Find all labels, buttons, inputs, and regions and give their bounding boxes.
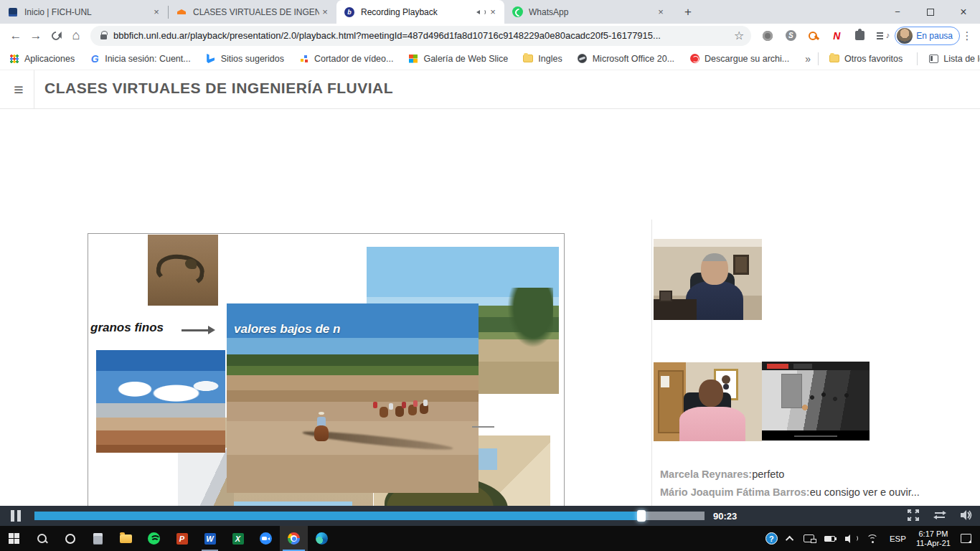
bookmark-descargue[interactable]: Descargue su archi... [689, 53, 789, 65]
puzzle-icon [855, 31, 864, 40]
extension-button[interactable] [758, 27, 777, 45]
tab-title: CLASES VIRTUALES DE INGENIER [193, 7, 319, 17]
tray-expand-chevron-icon[interactable] [786, 535, 793, 543]
profile-button[interactable]: En pausa [895, 27, 960, 45]
lock-icon[interactable] [100, 34, 107, 39]
calculator-icon [93, 533, 103, 545]
tab-audio-icon[interactable] [476, 8, 486, 17]
forward-button[interactable] [26, 26, 46, 46]
bookmark-sitios-sugeridos[interactable]: Sitios sugeridos [205, 53, 284, 65]
folder-icon [522, 53, 534, 65]
action-center-icon[interactable] [961, 534, 971, 543]
speaker-icon[interactable] [845, 534, 857, 543]
fullscreen-button[interactable] [907, 509, 920, 522]
panel-divider [651, 220, 652, 551]
live-badge [767, 364, 788, 369]
bookmarks-separator [917, 52, 918, 65]
bookmarks-bar: Aplicaciones Inicia sesión: Cuent... Sit… [0, 47, 980, 70]
swap-layout-button[interactable] [933, 509, 947, 521]
reload-button[interactable] [46, 26, 66, 46]
excel-button[interactable]: X [224, 526, 252, 551]
url-text[interactable]: bbbfich.unl.edu.ar/playback/presentation… [113, 30, 728, 41]
help-tray-icon[interactable] [765, 532, 778, 545]
bookmark-aplicaciones[interactable]: Aplicaciones [9, 53, 75, 65]
skype-extension-button[interactable] [781, 27, 800, 45]
tab-fich[interactable]: Inicio | FICH-UNL [0, 0, 168, 24]
tab-close-icon[interactable] [151, 6, 162, 18]
back-button[interactable] [6, 26, 26, 46]
tab-close-icon[interactable] [319, 6, 331, 18]
word-button[interactable]: W [196, 526, 224, 551]
netflix-extension-button[interactable] [827, 27, 846, 45]
edge-button[interactable] [308, 526, 336, 551]
spotify-button[interactable] [140, 526, 168, 551]
window-restore-button[interactable] [914, 0, 947, 24]
reading-list-icon [928, 53, 939, 65]
slide-photo-horseback-riders: valores bajos de n [227, 303, 479, 493]
header-divider [34, 70, 34, 109]
skype-icon [786, 30, 796, 41]
pause-button[interactable] [10, 510, 22, 522]
webcam-classroom [762, 362, 870, 441]
window-close-button[interactable] [947, 0, 980, 24]
whatsapp-favicon [512, 6, 523, 18]
calculator-button[interactable] [84, 526, 112, 551]
zoom-app-button[interactable] [252, 526, 280, 551]
taskbar-clock[interactable]: 6:17 PM11-Apr-21 [916, 529, 951, 548]
windows-logo-icon [9, 533, 19, 544]
folder-icon [120, 534, 132, 543]
new-tab-button[interactable] [678, 2, 698, 22]
bookmark-galeria-web-slice[interactable]: Galería de Web Slice [407, 53, 508, 65]
folder-icon [829, 53, 840, 65]
hamburger-menu-icon[interactable] [9, 80, 28, 99]
battery-icon[interactable] [824, 536, 835, 542]
taskbar-search-button[interactable] [28, 526, 56, 551]
bookmark-lista-lectura[interactable]: Lista de lectura [928, 53, 980, 65]
bookmark-star-icon[interactable] [734, 29, 744, 42]
bookmark-otros-favoritos[interactable]: Otros favoritos [829, 53, 903, 65]
bigbluebutton-favicon [344, 6, 355, 18]
progress-handle[interactable] [637, 510, 646, 522]
windows-taskbar: P W X ESP 6:17 PM11-Apr-21 [0, 526, 980, 551]
reload-icon [50, 29, 62, 42]
word-icon: W [204, 533, 216, 545]
tab-close-icon[interactable] [487, 6, 499, 18]
slide-photo-snake [148, 235, 218, 306]
bookmarks-separator [818, 52, 819, 65]
playlist-extension-button[interactable] [873, 27, 892, 45]
bookmarks-overflow-button[interactable] [805, 53, 811, 65]
volume-button[interactable] [960, 509, 973, 521]
bookmark-cortador-video[interactable]: Cortador de vídeo... [298, 53, 393, 65]
powerpoint-button[interactable]: P [168, 526, 196, 551]
browser-menu-button[interactable] [960, 27, 974, 45]
wifi-icon[interactable] [867, 534, 880, 543]
webcam-participant [654, 362, 762, 441]
ms-squares-icon [407, 53, 419, 65]
tablet-mode-icon[interactable] [804, 534, 814, 542]
tab-whatsapp[interactable]: WhatsApp [504, 0, 672, 24]
cortana-button[interactable] [56, 526, 84, 551]
red-circle-icon [689, 53, 700, 65]
start-button[interactable] [0, 526, 28, 551]
file-explorer-button[interactable] [112, 526, 140, 551]
bookmark-inicia-sesion[interactable]: Inicia sesión: Cuent... [89, 53, 191, 65]
extensions-puzzle-button[interactable] [850, 27, 869, 45]
cortana-icon [65, 534, 75, 544]
chrome-button[interactable] [280, 526, 308, 551]
tab-recording-playback[interactable]: Recording Playback [336, 0, 504, 24]
address-bar[interactable]: bbbfich.unl.edu.ar/playback/presentation… [90, 26, 751, 46]
tab-moodle[interactable]: CLASES VIRTUALES DE INGENIER [169, 0, 336, 24]
home-button[interactable] [66, 26, 86, 46]
password-key-extension-button[interactable] [804, 27, 823, 45]
window-minimize-button[interactable] [881, 0, 914, 24]
bookmark-microsoft-office[interactable]: Microsoft Office 20... [577, 53, 674, 65]
seek-bar[interactable] [34, 512, 705, 520]
netflix-icon [833, 30, 840, 42]
zoom-camera-icon [260, 532, 272, 545]
bookmark-ingles[interactable]: Ingles [522, 53, 562, 65]
browser-toolbar: bbbfich.unl.edu.ar/playback/presentation… [0, 24, 980, 47]
language-indicator[interactable]: ESP [890, 534, 906, 543]
slide-label-valores: valores bajos de n [234, 322, 340, 336]
key-icon [808, 30, 819, 42]
tab-close-icon[interactable] [655, 6, 666, 18]
